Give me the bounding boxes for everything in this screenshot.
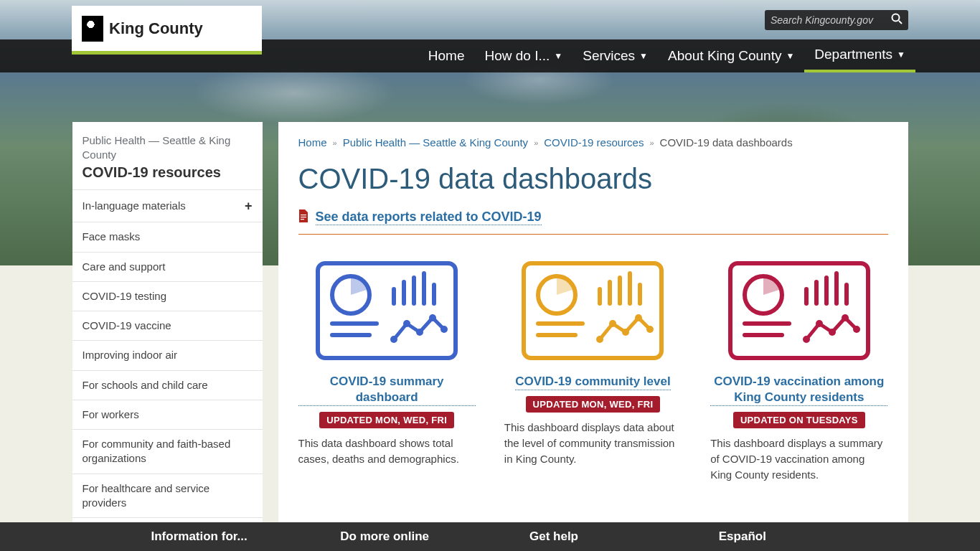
nav-home[interactable]: Home (418, 39, 475, 72)
svg-point-18 (440, 326, 448, 333)
nav-departments[interactable]: Departments▼ (804, 39, 915, 72)
card-description: This dashboard displays a summary of COV… (710, 435, 887, 482)
svg-rect-4 (301, 219, 304, 220)
sidebar-item-label: For community and faith-based organizati… (83, 437, 253, 466)
svg-rect-3 (301, 217, 306, 217)
dashboard-card: COVID-19 community levelUPDATED MON, WED… (504, 255, 682, 488)
breadcrumb-separator-icon: » (534, 138, 538, 147)
svg-point-32 (646, 326, 654, 333)
svg-point-43 (816, 320, 823, 327)
sidebar: Public Health — Seattle & King County CO… (72, 122, 263, 551)
expand-icon[interactable]: + (245, 197, 253, 215)
sidebar-item-label: For schools and child care (83, 378, 208, 392)
search-icon[interactable] (891, 13, 903, 27)
breadcrumb-separator-icon: » (333, 138, 337, 147)
svg-point-30 (622, 329, 629, 336)
sidebar-item[interactable]: For community and faith-based organizati… (72, 430, 263, 474)
sidebar-item[interactable]: For schools and child care (72, 371, 263, 400)
breadcrumb-separator-icon: » (649, 138, 654, 147)
sidebar-item-label: Face masks (83, 230, 141, 244)
sidebar-item[interactable]: Care and support (72, 253, 263, 281)
site-logo[interactable]: King County (72, 6, 262, 55)
svg-point-28 (596, 336, 603, 343)
sidebar-item-label: For workers (83, 408, 139, 422)
svg-point-15 (403, 320, 410, 327)
svg-line-1 (899, 21, 902, 24)
card-description: This dashboard displays data about the l… (504, 420, 682, 466)
card-title-link[interactable]: COVID-19 community level (515, 374, 670, 390)
chevron-down-icon: ▼ (639, 51, 648, 61)
main-content: Home»Public Health — Seattle & King Coun… (278, 122, 908, 551)
footer-strip: Information for...Do more onlineGet help… (0, 522, 980, 551)
svg-rect-2 (301, 215, 306, 215)
svg-point-45 (842, 314, 849, 321)
dashboard-card: COVID-19 summary dashboardUPDATED MON, W… (298, 255, 476, 488)
footer-column-header[interactable]: Español (719, 529, 908, 544)
sidebar-nav: In-language materials+Face masksCare and… (72, 189, 263, 551)
search-box[interactable] (765, 10, 908, 30)
dashboard-icon (315, 260, 458, 361)
svg-point-16 (416, 329, 423, 336)
sidebar-item-label: Improving indoor air (83, 348, 178, 362)
svg-point-14 (390, 336, 397, 343)
breadcrumb-item[interactable]: COVID-19 resources (544, 136, 644, 149)
footer-column-header[interactable]: Do more online (340, 529, 529, 544)
sidebar-item[interactable]: COVID-19 vaccine (72, 311, 263, 340)
svg-point-31 (635, 314, 642, 321)
sidebar-item[interactable]: Improving indoor air (72, 341, 263, 369)
chevron-down-icon: ▼ (897, 50, 905, 60)
sidebar-header: Public Health — Seattle & King County CO… (72, 122, 263, 189)
sidebar-item-label: COVID-19 testing (83, 289, 167, 303)
breadcrumb-item[interactable]: Public Health — Seattle & King County (343, 136, 528, 149)
chevron-down-icon: ▼ (554, 51, 562, 61)
report-link-row: See data reports related to COVID-19 (298, 209, 888, 235)
logo-mark-icon (82, 16, 103, 42)
card-title-link[interactable]: COVID-19 vaccination among King County r… (710, 374, 887, 406)
document-icon (298, 209, 308, 225)
breadcrumb-item[interactable]: Home (298, 136, 327, 149)
sidebar-parent-link[interactable]: Public Health — Seattle & King County (83, 133, 253, 161)
sidebar-item[interactable]: For workers (72, 400, 263, 429)
svg-point-46 (853, 326, 860, 333)
see-reports-link[interactable]: See data reports related to COVID-19 (316, 209, 542, 225)
svg-point-17 (429, 314, 436, 321)
update-badge: UPDATED MON, WED, FRI (526, 396, 661, 413)
update-badge: UPDATED MON, WED, FRI (319, 412, 454, 428)
svg-point-0 (892, 14, 900, 22)
page-title: COVID-19 data dashboards (298, 163, 888, 195)
svg-point-44 (829, 329, 836, 336)
update-badge: UPDATED ON TUESDAYS (733, 412, 865, 428)
nav-about-king-county[interactable]: About King County▼ (658, 39, 804, 72)
sidebar-section-title: COVID-19 resources (83, 164, 253, 181)
footer-column-header[interactable]: Get help (529, 529, 719, 544)
dashboard-icon (727, 260, 871, 361)
nav-services[interactable]: Services▼ (573, 39, 658, 72)
dashboard-icon (521, 260, 664, 361)
sidebar-item[interactable]: In-language materials+ (72, 190, 263, 222)
nav-how-do-i-[interactable]: How do I...▼ (475, 39, 573, 72)
chevron-down-icon: ▼ (786, 51, 794, 61)
breadcrumb: Home»Public Health — Seattle & King Coun… (298, 133, 888, 159)
sidebar-item-label: In-language materials (83, 199, 186, 213)
card-title-link[interactable]: COVID-19 summary dashboard (298, 374, 476, 406)
svg-point-29 (609, 320, 616, 327)
footer-column-header[interactable]: Information for... (151, 529, 341, 544)
search-input[interactable] (771, 14, 885, 26)
card-description: This data dashboard shows total cases, d… (298, 435, 476, 467)
dashboard-card: COVID-19 vaccination among King County r… (710, 255, 887, 488)
sidebar-item[interactable]: For healthcare and service providers (72, 474, 263, 518)
sidebar-item-label: Care and support (83, 260, 166, 274)
sidebar-item[interactable]: Face masks (72, 222, 263, 251)
sidebar-item[interactable]: COVID-19 testing (72, 282, 263, 311)
sidebar-item-label: For healthcare and service providers (83, 481, 253, 511)
sidebar-item-label: COVID-19 vaccine (83, 319, 171, 333)
svg-point-42 (803, 336, 810, 343)
dashboard-cards: COVID-19 summary dashboardUPDATED MON, W… (298, 255, 888, 488)
site-name: King County (109, 19, 203, 38)
breadcrumb-item: COVID-19 data dashboards (660, 136, 793, 149)
